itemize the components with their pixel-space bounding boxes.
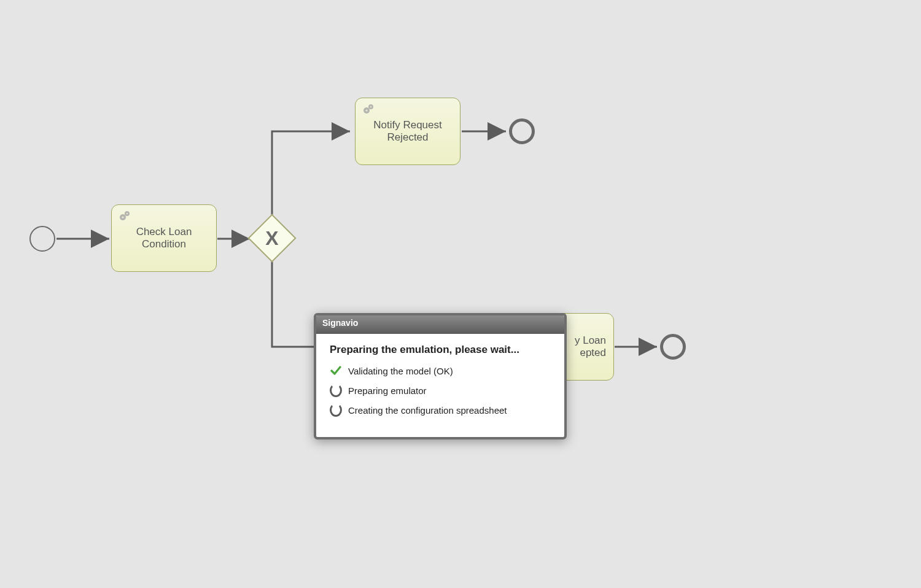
- check-icon: [330, 365, 342, 377]
- start-event[interactable]: [29, 226, 55, 252]
- step-label: Creating the configuration spreadsheet: [348, 405, 507, 416]
- step-label: Preparing emulator: [348, 385, 427, 396]
- step-validating: Validating the model (OK): [330, 365, 553, 377]
- exclusive-gateway[interactable]: X: [247, 214, 296, 262]
- flow-edges: [0, 0, 921, 588]
- bpmn-canvas[interactable]: Check LoanCondition X Notify RequestReje…: [0, 0, 921, 588]
- dialog-heading: Preparing the emulation, please wait...: [330, 344, 553, 356]
- svg-point-7: [126, 213, 128, 214]
- spinner-icon: [330, 384, 342, 397]
- task-label: Notify RequestRejected: [373, 119, 442, 144]
- end-event-accepted[interactable]: [660, 334, 686, 360]
- step-label: Validating the model (OK): [348, 366, 453, 376]
- dialog-body: Preparing the emulation, please wait... …: [316, 334, 564, 437]
- service-task-icon: [118, 210, 133, 225]
- svg-point-10: [365, 109, 367, 111]
- step-preparing-emulator: Preparing emulator: [330, 384, 553, 397]
- gateway-x-icon: X: [256, 222, 288, 254]
- svg-point-11: [370, 106, 371, 107]
- task-notify-rejected[interactable]: Notify RequestRejected: [355, 98, 460, 165]
- dialog-titlebar[interactable]: Signavio: [316, 315, 564, 334]
- task-check-loan-condition[interactable]: Check LoanCondition: [111, 204, 217, 272]
- dialog-title: Signavio: [322, 318, 358, 328]
- task-label: Check LoanCondition: [136, 226, 192, 251]
- service-task-icon: [362, 103, 376, 118]
- svg-point-6: [122, 216, 123, 218]
- end-event-rejected[interactable]: [509, 118, 535, 144]
- spinner-icon: [330, 404, 342, 416]
- step-creating-spreadsheet: Creating the configuration spreadsheet: [330, 404, 553, 416]
- emulation-progress-dialog: Signavio Preparing the emulation, please…: [314, 313, 567, 439]
